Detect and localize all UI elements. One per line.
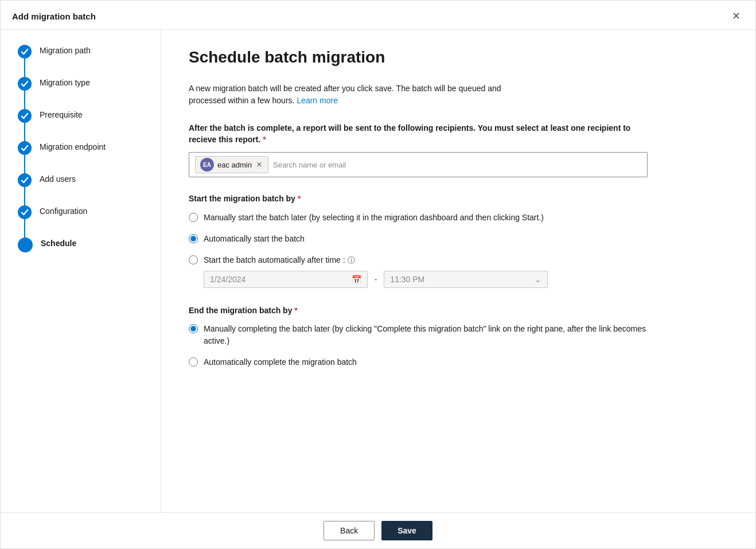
start-radio-group: Manually start the batch later (by selec… <box>189 212 648 266</box>
date-input[interactable]: 1/24/2024 📅 <box>204 271 368 288</box>
recipient-search-placeholder: Search name or email <box>273 161 641 169</box>
manually-start-radio[interactable] <box>189 213 198 222</box>
recipient-tag: EA eac admin ✕ <box>195 156 268 173</box>
sidebar-item-migration-type[interactable]: Migration type <box>18 76 161 108</box>
step-complete-icon <box>18 173 32 187</box>
calendar-icon: 📅 <box>352 275 361 284</box>
info-text-line2: processed within a few hours. <box>189 96 294 105</box>
dialog-title: Add migration batch <box>12 11 96 21</box>
manually-start-label: Manually start the batch later (by selec… <box>204 212 544 224</box>
recipient-name: eac admin <box>217 161 252 169</box>
step-complete-icon <box>18 45 32 59</box>
start-option-after-time: Start the batch automatically after time… <box>189 254 648 266</box>
dialog-header: Add migration batch ✕ <box>1 1 755 30</box>
back-button[interactable]: Back <box>324 521 375 540</box>
sidebar-item-prerequisite[interactable]: Prerequisite <box>18 108 161 140</box>
start-option-auto: Automatically start the batch <box>189 233 648 245</box>
end-section: End the migration batch by * Manually co… <box>189 305 728 369</box>
end-required-star: * <box>294 306 297 315</box>
manually-complete-radio[interactable] <box>189 324 198 333</box>
start-after-time-label: Start the batch automatically after time… <box>204 254 355 266</box>
time-input[interactable]: 11:30 PM ⌄ <box>384 271 548 288</box>
learn-more-link[interactable]: Learn more <box>297 96 338 105</box>
step-complete-icon <box>18 77 32 91</box>
auto-complete-label: Automatically complete the migration bat… <box>204 356 357 368</box>
recipient-field[interactable]: EA eac admin ✕ Search name or email <box>189 152 648 177</box>
step-label-migration-path: Migration path <box>40 44 91 55</box>
step-label-configuration: Configuration <box>40 204 87 216</box>
manually-complete-label: Manually completing the batch later (by … <box>204 323 648 347</box>
auto-start-label: Automatically start the batch <box>204 233 305 245</box>
step-complete-icon <box>18 141 32 155</box>
add-migration-batch-dialog: Add migration batch ✕ Migration path Mig… <box>0 0 756 549</box>
date-time-row: 1/24/2024 📅 - 11:30 PM ⌄ <box>204 271 548 288</box>
step-label-prerequisite: Prerequisite <box>40 108 83 119</box>
date-value: 1/24/2024 <box>210 275 245 284</box>
time-value: 11:30 PM <box>390 275 424 284</box>
start-required-star: * <box>298 194 301 203</box>
recipients-section-label: After the batch is complete, a report wi… <box>189 123 648 145</box>
end-option-manual: Manually completing the batch later (by … <box>189 323 648 347</box>
step-label-schedule: Schedule <box>41 236 76 248</box>
end-radio-group: Manually completing the batch later (by … <box>189 323 648 368</box>
close-button[interactable]: ✕ <box>728 9 744 24</box>
required-star: * <box>263 135 266 144</box>
step-label-add-users: Add users <box>40 172 76 184</box>
sidebar-item-migration-path[interactable]: Migration path <box>18 44 161 76</box>
dialog-body: Migration path Migration type Prerequisi… <box>1 30 755 512</box>
step-label-migration-type: Migration type <box>40 76 90 87</box>
start-option-manual: Manually start the batch later (by selec… <box>189 212 648 224</box>
remove-recipient-button[interactable]: ✕ <box>255 161 263 168</box>
sidebar-item-migration-endpoint[interactable]: Migration endpoint <box>18 140 161 172</box>
avatar: EA <box>200 158 214 172</box>
end-section-label: End the migration batch by * <box>189 305 648 317</box>
main-content: Schedule batch migration A new migration… <box>161 30 755 512</box>
end-option-auto: Automatically complete the migration bat… <box>189 356 648 368</box>
step-label-migration-endpoint: Migration endpoint <box>40 140 106 151</box>
info-text: A new migration batch will be created af… <box>189 83 648 107</box>
sidebar: Migration path Migration type Prerequisi… <box>1 30 161 512</box>
auto-complete-radio[interactable] <box>189 357 198 367</box>
step-active-icon <box>18 237 33 252</box>
chevron-down-icon: ⌄ <box>535 275 541 284</box>
sidebar-item-add-users[interactable]: Add users <box>18 172 161 204</box>
start-after-time-radio[interactable] <box>189 255 198 264</box>
start-section-label: Start the migration batch by * <box>189 193 648 205</box>
auto-start-radio[interactable] <box>189 234 198 243</box>
info-text-line1: A new migration batch will be created af… <box>189 84 501 93</box>
sidebar-item-configuration[interactable]: Configuration <box>18 204 161 236</box>
page-title: Schedule batch migration <box>189 48 728 67</box>
save-button[interactable]: Save <box>381 521 432 540</box>
step-complete-icon <box>18 205 32 219</box>
dialog-footer: Back Save <box>1 512 755 548</box>
sidebar-item-schedule[interactable]: Schedule <box>18 236 161 268</box>
info-icon: ⓘ <box>348 256 355 264</box>
step-complete-icon <box>18 109 32 123</box>
date-separator: - <box>375 275 377 284</box>
